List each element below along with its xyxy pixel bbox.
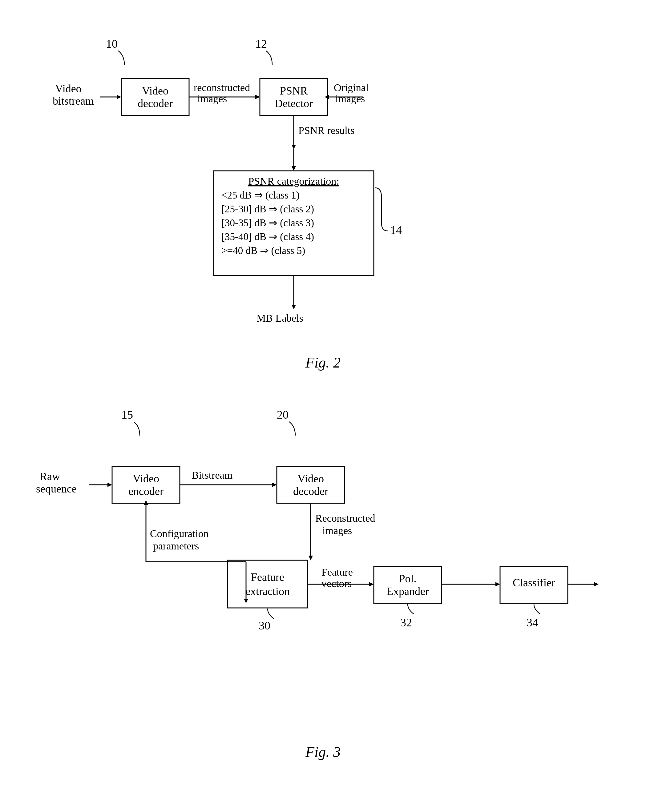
fig3-decoder-box — [277, 466, 345, 503]
fig2-psnr-label1: PSNR — [280, 85, 308, 97]
fig3-label: Fig. 3 — [24, 743, 622, 760]
ref-30: 30 — [259, 619, 270, 632]
fig3-feat-label1: Feature — [251, 571, 284, 583]
fig3-feat-vec-label1: Feature — [321, 566, 353, 578]
ref-34: 34 — [527, 616, 538, 629]
fig3-raw-label1: Raw — [40, 470, 60, 483]
ref34-bracket — [534, 604, 540, 614]
arrowhead-f3-1 — [107, 483, 112, 487]
fig2-bitstream: bitstream — [53, 95, 94, 107]
fig2-cat-l2: [25-30] dB ⇒ (class 2) — [221, 203, 314, 215]
fig2-svg: 10 12 Video bitstream Video decoder reco… — [46, 31, 600, 345]
fig3-feat-vec-label2: vectors — [321, 578, 352, 589]
arrowhead-f3-3 — [308, 556, 313, 560]
fig3-bitstream-label: Bitstream — [192, 469, 232, 481]
arrowhead-4 — [292, 145, 296, 149]
arrowhead-2 — [255, 95, 260, 99]
fig2-cat-l4: [35-40] dB ⇒ (class 4) — [221, 231, 314, 243]
page: 10 12 Video bitstream Video decoder reco… — [0, 0, 646, 812]
fig2-cat-title: PSNR categorization: — [248, 176, 339, 187]
fig3-pol-label1: Pol. — [399, 572, 416, 585]
fig2-video-decoder-box — [121, 78, 189, 115]
fig2-recon-label2: images — [197, 93, 227, 104]
ref-15: 15 — [121, 408, 133, 421]
fig2-vd-label2: decoder — [137, 97, 173, 110]
fig2-psnr-results: PSNR results — [298, 125, 354, 136]
fig2-cat-l5: >=40 dB ⇒ (class 5) — [221, 245, 305, 256]
fig3-pol-label2: Expander — [386, 585, 429, 597]
fig2-mb-labels: MB Labels — [257, 313, 303, 324]
arrowhead-5 — [292, 166, 296, 171]
fig2-container: 10 12 Video bitstream Video decoder reco… — [24, 31, 622, 371]
ref14-bracket — [375, 188, 388, 231]
ref-32: 32 — [400, 616, 412, 629]
fig3-encoder-label2: encoder — [128, 485, 163, 498]
ref-12: 12 — [255, 37, 267, 50]
arrowhead-f3-5 — [244, 599, 248, 603]
arrowhead-f3-6 — [369, 582, 374, 586]
ref32-bracket — [408, 604, 414, 614]
fig2-video-bitstream: Video — [55, 82, 82, 95]
fig3-class-label: Classifier — [513, 577, 555, 589]
ref15-bracket — [134, 422, 140, 435]
fig2-cat-l3: [30-35] dB ⇒ (class 3) — [221, 217, 314, 229]
fig2-recon-label1: reconstructed — [194, 82, 250, 93]
arrowhead-f3-2 — [272, 483, 277, 487]
arrowhead-f3-7 — [495, 582, 500, 586]
fig2-psnr-label2: Detector — [275, 97, 313, 110]
fig3-raw-label2: sequence — [36, 483, 77, 495]
fig2-label: Fig. 2 — [24, 354, 622, 371]
fig3-config-label2: parameters — [153, 540, 199, 552]
ref-20: 20 — [277, 408, 289, 421]
ref-14: 14 — [390, 223, 402, 237]
fig3-recon-label2: images — [322, 525, 352, 536]
fig3-svg: 15 20 Raw sequence Video encoder Bitstre… — [31, 395, 615, 734]
fig3-recon-label1: Reconstructed — [315, 513, 375, 524]
fig2-original-label2: images — [335, 93, 365, 104]
ref12-bracket — [266, 51, 272, 65]
arrowhead-f3-8 — [594, 582, 599, 586]
ref-10: 10 — [106, 37, 118, 50]
fig3-encoder-label1: Video — [133, 473, 159, 485]
fig3-feat-box — [228, 560, 308, 608]
fig3-config-label1: Configuration — [150, 528, 209, 539]
fig2-cat-l1: <25 dB ⇒ (class 1) — [221, 189, 299, 201]
fig2-vd-label1: Video — [142, 85, 168, 97]
fig3-container: 15 20 Raw sequence Video encoder Bitstre… — [24, 395, 622, 760]
fig3-feat-label2: extraction — [246, 585, 290, 597]
arrowhead-1 — [117, 95, 121, 99]
arrowhead-3 — [325, 95, 329, 99]
fig2-psnr-box — [260, 78, 328, 115]
fig3-decoder-label1: Video — [298, 473, 324, 485]
fig3-decoder-label2: decoder — [293, 485, 328, 498]
arrowhead-6 — [292, 305, 296, 309]
ref30-bracket — [267, 609, 274, 619]
fig2-original-label1: Original — [334, 82, 368, 93]
ref20-bracket — [289, 422, 295, 435]
fig3-encoder-box — [112, 466, 180, 503]
ref10-bracket — [118, 51, 124, 65]
arrowhead-f3-4 — [144, 500, 148, 505]
fig3-pol-box — [374, 566, 441, 603]
